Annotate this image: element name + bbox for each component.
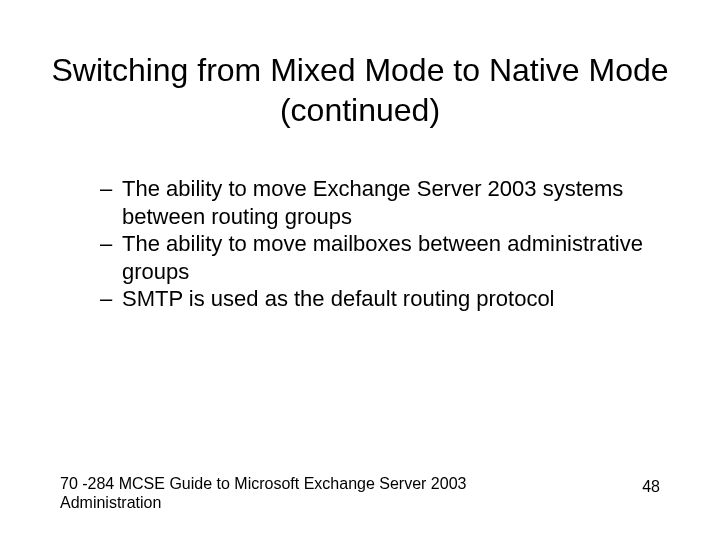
list-item: SMTP is used as the default routing prot… [100,285,660,313]
list-item: The ability to move Exchange Server 2003… [100,175,660,230]
slide-body: The ability to move Exchange Server 2003… [100,175,660,313]
bullet-list: The ability to move Exchange Server 2003… [100,175,660,313]
footer-source: 70 -284 MCSE Guide to Microsoft Exchange… [60,474,490,512]
slide-title: Switching from Mixed Mode to Native Mode… [0,50,720,130]
bullet-text: The ability to move mailboxes between ad… [122,231,643,284]
bullet-text: SMTP is used as the default routing prot… [122,286,555,311]
slide: Switching from Mixed Mode to Native Mode… [0,0,720,540]
list-item: The ability to move mailboxes between ad… [100,230,660,285]
footer-page-number: 48 [642,478,660,496]
bullet-text: The ability to move Exchange Server 2003… [122,176,623,229]
